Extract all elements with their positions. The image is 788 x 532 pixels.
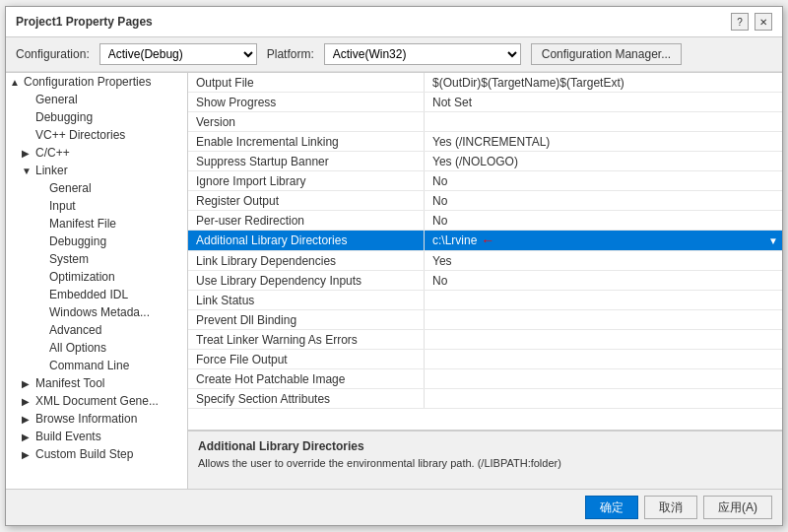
property-name: Link Library Dependencies [188,251,425,270]
property-value [425,330,782,349]
right-panel: Output File$(OutDir)$(TargetName)$(Targe… [188,73,782,489]
tree-item-custom-build[interactable]: ▶Custom Build Step [6,445,187,463]
property-value [425,310,782,329]
tree-item-label: Input [49,199,76,213]
ok-button[interactable]: 确定 [585,496,638,519]
tree-item-linker-opt[interactable]: Optimization [6,268,187,286]
property-row[interactable]: Create Hot Patchable Image [188,369,782,389]
property-row[interactable]: Additional Library Directoriesc:\Lrvine←… [188,231,782,251]
tree-item-browse-info[interactable]: ▶Browse Information [6,410,187,428]
property-name: Output File [188,73,425,92]
tree-item-label: Browse Information [35,412,137,426]
tree-item-label: System [49,252,89,266]
property-value [425,112,782,131]
tree-item-linker-debugging[interactable]: Debugging [6,233,187,250]
property-row[interactable]: Version [188,112,782,132]
property-name: Enable Incremental Linking [188,132,425,151]
tree-item-linker[interactable]: ▼Linker [6,162,187,179]
property-value: No [425,271,782,290]
property-row[interactable]: Per-user RedirectionNo [188,211,782,231]
tree-arrow-icon: ▲ [10,77,24,88]
tree-item-label: Windows Metada... [49,305,150,319]
tree-item-debugging[interactable]: Debugging [6,108,187,126]
tree-item-label: VC++ Directories [35,128,125,142]
tree-item-linker-embedded[interactable]: Embedded IDL [6,286,187,303]
tree-item-linker-system[interactable]: System [6,250,187,268]
property-name: Create Hot Patchable Image [188,369,425,388]
tree-item-label: C/C++ [35,146,70,160]
tree-item-linker-input[interactable]: Input [6,197,187,215]
tree-item-linker-allopts[interactable]: All Options [6,339,187,357]
tree-item-cpp[interactable]: ▶C/C++ [6,144,187,162]
property-value: $(OutDir)$(TargetName)$(TargetExt) [425,73,782,92]
property-pages-dialog: Project1 Property Pages ? ✕ Configuratio… [5,6,783,526]
property-row[interactable]: Use Library Dependency InputsNo [188,271,782,291]
tree-item-linker-manifest[interactable]: Manifest File [6,215,187,233]
property-row[interactable]: Enable Incremental LinkingYes (/INCREMEN… [188,132,782,152]
property-row[interactable]: Treat Linker Warning As Errors [188,330,782,350]
tree-item-manifest-tool[interactable]: ▶Manifest Tool [6,374,187,392]
tree-arrow-icon: ▶ [22,432,35,442]
tree-item-linker-cmdline[interactable]: Command Line [6,357,187,374]
config-manager-button[interactable]: Configuration Manager... [531,43,682,65]
tree-item-linker-advanced[interactable]: Advanced [6,321,187,339]
property-row[interactable]: Link Status [188,291,782,310]
property-value: Not Set [425,93,782,111]
property-name: Link Status [188,291,425,309]
property-name: Ignore Import Library [188,171,425,190]
tree-item-label: Debugging [49,234,106,248]
desc-text: Allows the user to override the environm… [198,457,772,469]
tree-item-label: Configuration Properties [24,75,151,89]
tree-item-linker-general[interactable]: General [6,179,187,197]
dropdown-arrow-icon[interactable]: ▼ [768,235,778,246]
property-value: No [425,191,782,210]
property-name: Force File Output [188,350,425,368]
property-name: Per-user Redirection [188,211,425,230]
tree-item-build-events[interactable]: ▶Build Events [6,428,187,445]
tree-arrow-icon: ▼ [22,166,35,176]
tree-arrow-icon: ▶ [22,414,35,425]
property-value: Yes [425,251,782,270]
property-row[interactable]: Output File$(OutDir)$(TargetName)$(Targe… [188,73,782,93]
tree-item-label: General [49,181,92,195]
apply-button[interactable]: 应用(A) [703,496,772,519]
tree-item-label: Custom Build Step [35,447,133,461]
tree-item-config-props[interactable]: ▲Configuration Properties [6,73,187,91]
tree-item-xml-doc[interactable]: ▶XML Document Gene... [6,392,187,410]
property-row[interactable]: Force File Output [188,350,782,369]
close-button[interactable]: ✕ [755,13,772,31]
left-panel-tree: ▲Configuration PropertiesGeneralDebuggin… [6,73,188,489]
property-row[interactable]: Specify Section Attributes [188,389,782,409]
red-arrow-icon: ← [481,233,494,248]
tree-item-label: General [35,93,78,106]
tree-item-label: Advanced [49,323,101,337]
tree-arrow-icon: ▶ [22,396,35,407]
help-button[interactable]: ? [731,13,749,31]
property-row[interactable]: Ignore Import LibraryNo [188,171,782,191]
tree-item-general[interactable]: General [6,91,187,108]
property-name: Show Progress [188,93,425,111]
property-name: Version [188,112,425,131]
property-row[interactable]: Suppress Startup BannerYes (/NOLOGO) [188,152,782,171]
property-name: Use Library Dependency Inputs [188,271,425,290]
property-row[interactable]: Show ProgressNot Set [188,93,782,112]
property-row[interactable]: Register OutputNo [188,191,782,211]
property-value: No [425,171,782,190]
property-row[interactable]: Prevent Dll Binding [188,310,782,330]
configuration-select[interactable]: Active(Debug) [99,43,257,65]
dialog-title: Project1 Property Pages [16,15,153,29]
title-bar: Project1 Property Pages ? ✕ [6,7,782,37]
cancel-button[interactable]: 取消 [644,496,697,519]
property-table: Output File$(OutDir)$(TargetName)$(Targe… [188,73,782,430]
property-row[interactable]: Link Library DependenciesYes [188,251,782,271]
tree-item-vc-dirs[interactable]: VC++ Directories [6,126,187,144]
tree-item-linker-windows[interactable]: Windows Metada... [6,303,187,321]
property-value [425,389,782,408]
desc-title: Additional Library Directories [198,439,772,453]
property-name: Prevent Dll Binding [188,310,425,329]
title-buttons: ? ✕ [731,13,772,31]
property-name: Additional Library Directories [188,231,425,250]
tree-item-label: Debugging [35,110,93,124]
property-value: Yes (/NOLOGO) [425,152,782,170]
platform-select[interactable]: Active(Win32) [324,43,521,65]
